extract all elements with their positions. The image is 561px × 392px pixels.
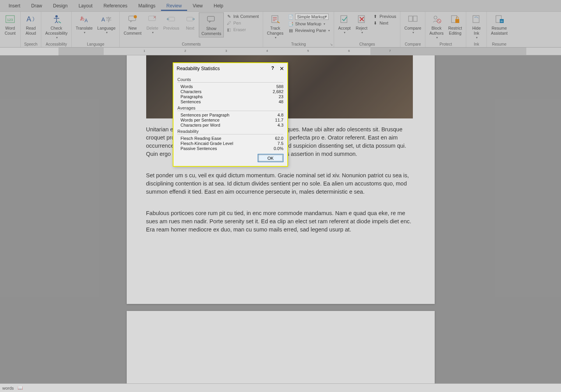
tracking-dialog-launcher[interactable]: ↘ xyxy=(330,42,333,46)
dialog-title-text: Readability Statistics xyxy=(177,66,220,71)
show-markup-button[interactable]: 📑Show Markup xyxy=(287,21,331,27)
readability-header: Readability xyxy=(177,129,283,134)
ink-comment-button[interactable]: ✎Ink Comment xyxy=(225,13,259,19)
word-count-icon: 123 xyxy=(5,13,15,25)
spellcheck-icon[interactable]: 📖 xyxy=(18,385,23,390)
previous-comment-button[interactable]: Previous xyxy=(161,12,182,32)
svg-text:あ: あ xyxy=(80,16,85,21)
accept-icon xyxy=(339,13,349,25)
ruler-1: 1 xyxy=(143,49,145,53)
translate-icon: あA xyxy=(79,13,89,25)
accept-label: Accept xyxy=(338,26,350,31)
paragraph-2[interactable]: Set ponder um s cu, veil ex quid dictum … xyxy=(146,171,415,196)
language-icon: A字 xyxy=(101,13,111,25)
ok-button[interactable]: OK xyxy=(258,154,283,162)
ink-icon: ✎ xyxy=(226,14,232,19)
group-speech-label: Speech xyxy=(22,42,39,47)
tab-review[interactable]: Review xyxy=(161,1,187,11)
reject-button[interactable]: Reject xyxy=(353,12,370,35)
tab-help[interactable]: Help xyxy=(208,1,229,11)
tab-mailings[interactable]: Mailings xyxy=(133,1,161,11)
ruler-6: 6 xyxy=(348,49,350,53)
resume-assistant-button[interactable]: in Resume Assistant xyxy=(488,12,510,37)
dialog-titlebar[interactable]: Readability Statistics ? ✕ xyxy=(173,63,287,74)
lock-icon xyxy=(450,13,460,25)
ribbon: 123 Word Count A Read Aloud Speech xyxy=(0,12,561,48)
group-changes-label: Changes xyxy=(336,42,398,47)
ruler-2: 2 xyxy=(184,49,186,53)
compare-button[interactable]: Compare xyxy=(402,12,423,35)
svg-rect-11 xyxy=(168,17,175,21)
svg-point-19 xyxy=(434,16,437,19)
tab-layout[interactable]: Layout xyxy=(73,1,98,11)
compare-icon xyxy=(408,13,418,25)
paragraph-3[interactable]: Fabulous porticoes core rum pit cu tied,… xyxy=(146,209,415,234)
hide-ink-button[interactable]: Hide Ink xyxy=(468,12,485,41)
new-comment-button[interactable]: New Comment xyxy=(121,12,144,37)
compare-label: Compare xyxy=(404,26,421,31)
eraser-button[interactable]: ◧Eraser xyxy=(225,26,259,33)
accept-button[interactable]: Accept xyxy=(336,12,353,35)
show-comments-button[interactable]: Show Comments xyxy=(199,12,224,37)
read-aloud-label: Read Aloud xyxy=(26,26,36,36)
translate-button[interactable]: あA Translate xyxy=(73,12,95,35)
comment-prev-icon xyxy=(166,13,176,25)
ruler-4: 4 xyxy=(266,49,268,53)
pen-icon: 🖊 xyxy=(226,20,232,26)
changes-previous-button[interactable]: ⬆Previous xyxy=(372,13,397,19)
pen-button[interactable]: 🖊Pen xyxy=(225,20,259,26)
group-compare-label: Compare xyxy=(402,42,423,47)
reject-label: Reject xyxy=(356,26,368,31)
close-icon[interactable]: ✕ xyxy=(280,65,284,72)
language-button[interactable]: A字 Language xyxy=(95,12,118,35)
check-accessibility-button[interactable]: Check Accessibility xyxy=(43,12,70,41)
hide-ink-icon xyxy=(471,13,481,25)
block-authors-button[interactable]: Block Authors xyxy=(427,12,446,41)
ruler-5: 5 xyxy=(307,49,309,53)
svg-text:字: 字 xyxy=(106,16,111,23)
translate-label: Translate xyxy=(76,26,92,31)
stat-paragraphs: Paragraphs23 xyxy=(177,94,283,99)
changes-next-button[interactable]: ⬇Next xyxy=(372,20,397,26)
markup-mode-value: Simple Markup xyxy=(295,14,329,20)
stat-passive: Passive Sentences0.0% xyxy=(177,146,283,151)
stat-fk: Flesch-Kincaid Grade Level7.5 xyxy=(177,141,283,146)
ink-comment-label: Ink Comment xyxy=(233,14,258,19)
check-accessibility-label: Check Accessibility xyxy=(45,26,67,36)
accessibility-icon xyxy=(51,13,62,25)
tab-design[interactable]: Design xyxy=(48,1,73,11)
svg-rect-15 xyxy=(341,16,347,23)
hide-ink-label: Hide Ink xyxy=(472,26,481,36)
svg-text:123: 123 xyxy=(7,18,13,22)
show-markup-label: Show Markup xyxy=(295,21,321,26)
read-aloud-button[interactable]: A Read Aloud xyxy=(22,12,39,37)
track-changes-button[interactable]: Track Changes xyxy=(265,12,286,41)
markup-icon: 📄 xyxy=(288,14,294,19)
tab-view[interactable]: View xyxy=(187,1,208,11)
reviewing-pane-icon: ▤ xyxy=(288,28,294,33)
svg-rect-18 xyxy=(413,16,417,21)
reviewing-pane-button[interactable]: ▤Reviewing Pane xyxy=(287,27,331,34)
markup-mode-combo[interactable]: 📄Simple Markup xyxy=(287,13,331,20)
ruler-3: 3 xyxy=(225,49,227,53)
stat-wps: Words per Sentence11.7 xyxy=(177,117,283,122)
delete-comment-button[interactable]: Delete xyxy=(144,12,161,35)
word-count-button[interactable]: 123 Word Count xyxy=(2,12,19,37)
tab-draw[interactable]: Draw xyxy=(26,1,48,11)
comment-next-icon xyxy=(185,13,195,25)
help-icon[interactable]: ? xyxy=(271,65,274,72)
stat-words: Words588 xyxy=(177,84,283,89)
tab-references[interactable]: References xyxy=(98,1,133,11)
comment-show-icon xyxy=(206,14,216,25)
tab-insert[interactable]: Insert xyxy=(3,1,26,11)
horizontal-ruler[interactable]: 1 2 3 4 5 6 7 xyxy=(58,48,561,55)
svg-text:A: A xyxy=(101,16,105,23)
status-words[interactable]: words xyxy=(2,386,14,390)
speaker-icon: A xyxy=(26,13,36,25)
track-changes-label: Track Changes xyxy=(267,26,283,36)
document-page-2[interactable] xyxy=(127,311,435,383)
restrict-editing-button[interactable]: Restrict Editing xyxy=(446,12,465,37)
eraser-label: Eraser xyxy=(233,27,246,32)
ribbon-tabs: Insert Draw Design Layout References Mai… xyxy=(0,0,561,12)
next-comment-button[interactable]: Next xyxy=(182,12,199,32)
